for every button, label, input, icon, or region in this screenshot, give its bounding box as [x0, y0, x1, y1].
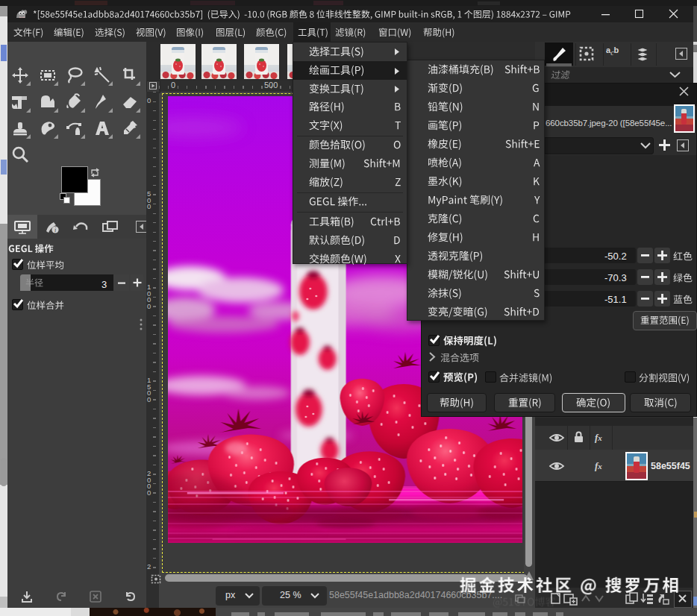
svg-text:i: i: [54, 227, 56, 233]
